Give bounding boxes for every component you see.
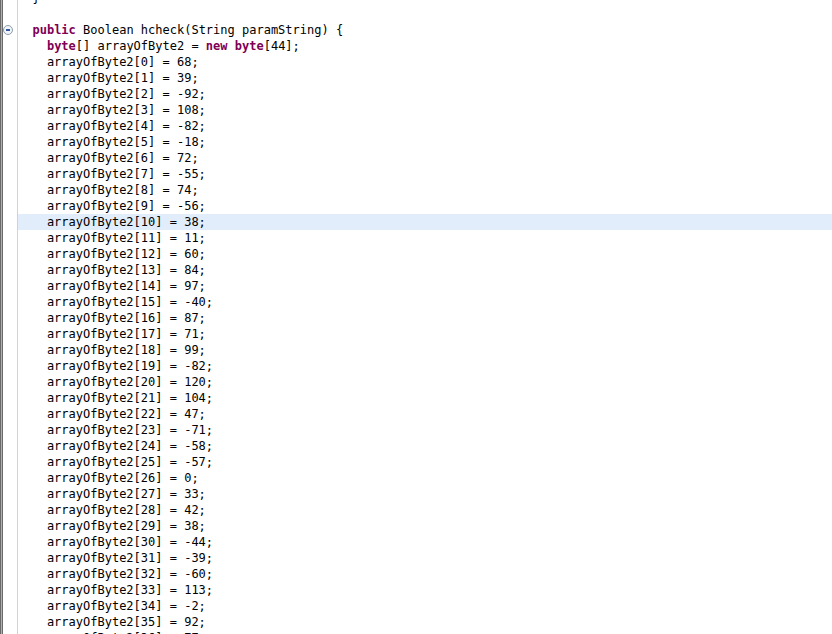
code-token-keyword: new	[206, 39, 228, 53]
code-line[interactable]: arrayOfByte2[16] = 87;	[18, 310, 832, 326]
collapse-minus-icon[interactable]	[3, 25, 13, 35]
code-token-plain: arrayOfByte2[33] = 113;	[18, 583, 213, 597]
code-line[interactable]: arrayOfByte2[1] = 39;	[18, 70, 832, 86]
code-token-keyword: byte	[235, 39, 264, 53]
code-line[interactable]: arrayOfByte2[15] = -40;	[18, 294, 832, 310]
code-token-plain	[18, 23, 32, 37]
code-token-plain: [44];	[264, 39, 300, 53]
code-token-plain: arrayOfByte2[6] = 72;	[18, 151, 199, 165]
code-token-plain: arrayOfByte2[28] = 42;	[18, 503, 206, 517]
code-token-plain: arrayOfByte2[35] = 92;	[18, 615, 206, 629]
code-line[interactable]: arrayOfByte2[7] = -55;	[18, 166, 832, 182]
code-token-plain: arrayOfByte2[17] = 71;	[18, 327, 206, 341]
code-token-plain: arrayOfByte2[32] = -60;	[18, 567, 213, 581]
code-line[interactable]: arrayOfByte2[33] = 113;	[18, 582, 832, 598]
code-line[interactable]: arrayOfByte2[19] = -82;	[18, 358, 832, 374]
code-line[interactable]: arrayOfByte2[3] = 108;	[18, 102, 832, 118]
code-token-plain: arrayOfByte2[19] = -82;	[18, 359, 213, 373]
code-line[interactable]: arrayOfByte2[2] = -92;	[18, 86, 832, 102]
code-token-keyword: public	[32, 23, 75, 37]
code-area[interactable]: } public Boolean hcheck(String paramStri…	[18, 0, 832, 634]
code-token-plain: arrayOfByte2[14] = 97;	[18, 279, 206, 293]
code-line[interactable]: arrayOfByte2[0] = 68;	[18, 54, 832, 70]
code-token-plain: arrayOfByte2[29] = 38;	[18, 519, 206, 533]
code-line[interactable]: arrayOfByte2[23] = -71;	[18, 422, 832, 438]
code-token-plain: arrayOfByte2[15] = -40;	[18, 295, 213, 309]
code-token-plain: arrayOfByte2[31] = -39;	[18, 551, 213, 565]
code-line[interactable]: arrayOfByte2[28] = 42;	[18, 502, 832, 518]
code-token-plain: arrayOfByte2[27] = 33;	[18, 487, 206, 501]
code-token-plain: arrayOfByte2[1] = 39;	[18, 71, 199, 85]
code-line[interactable]: arrayOfByte2[8] = 74;	[18, 182, 832, 198]
code-token-plain: [] arrayOfByte2 =	[76, 39, 206, 53]
code-token-plain: arrayOfByte2[9] = -56;	[18, 199, 206, 213]
code-token-plain: arrayOfByte2[2] = -92;	[18, 87, 206, 101]
code-line[interactable]: arrayOfByte2[6] = 72;	[18, 150, 832, 166]
code-line[interactable]: arrayOfByte2[17] = 71;	[18, 326, 832, 342]
code-token-plain: arrayOfByte2[22] = 47;	[18, 407, 206, 421]
code-line[interactable]: arrayOfByte2[27] = 33;	[18, 486, 832, 502]
code-token-plain: arrayOfByte2[11] = 11;	[18, 231, 206, 245]
code-token-plain: arrayOfByte2[34] = -2;	[18, 599, 206, 613]
code-editor[interactable]: } public Boolean hcheck(String paramStri…	[0, 0, 832, 634]
code-line[interactable]	[18, 6, 832, 22]
code-token-plain: arrayOfByte2[20] = 120;	[18, 375, 213, 389]
code-token-keyword: byte	[47, 39, 76, 53]
code-token-plain: arrayOfByte2[25] = -57;	[18, 455, 213, 469]
code-token-plain: arrayOfByte2[21] = 104;	[18, 391, 213, 405]
code-token-plain: arrayOfByte2[13] = 84;	[18, 263, 206, 277]
code-line[interactable]: arrayOfByte2[5] = -18;	[18, 134, 832, 150]
code-token-plain: arrayOfByte2[8] = 74;	[18, 183, 199, 197]
code-token-plain: arrayOfByte2[0] = 68;	[18, 55, 199, 69]
code-line[interactable]: arrayOfByte2[12] = 60;	[18, 246, 832, 262]
code-line[interactable]: arrayOfByte2[35] = 92;	[18, 614, 832, 630]
code-line[interactable]: byte[] arrayOfByte2 = new byte[44];	[18, 38, 832, 54]
folding-margin	[3, 0, 18, 634]
code-token-plain: arrayOfByte2[7] = -55;	[18, 167, 206, 181]
code-token-plain: arrayOfByte2[26] = 0;	[18, 471, 199, 485]
code-line[interactable]: arrayOfByte2[9] = -56;	[18, 198, 832, 214]
code-line[interactable]: arrayOfByte2[18] = 99;	[18, 342, 832, 358]
code-line[interactable]: arrayOfByte2[24] = -58;	[18, 438, 832, 454]
code-line[interactable]: arrayOfByte2[36] = 77;	[18, 630, 832, 634]
code-token-plain	[228, 39, 235, 53]
code-line[interactable]: arrayOfByte2[30] = -44;	[18, 534, 832, 550]
code-line[interactable]: arrayOfByte2[25] = -57;	[18, 454, 832, 470]
code-token-plain: arrayOfByte2[5] = -18;	[18, 135, 206, 149]
code-line[interactable]: arrayOfByte2[11] = 11;	[18, 230, 832, 246]
code-line-current[interactable]: arrayOfByte2[10] = 38;	[18, 214, 832, 230]
code-token-plain	[18, 39, 47, 53]
code-token-plain: Boolean hcheck(String paramString) {	[76, 23, 343, 37]
code-token-plain: arrayOfByte2[16] = 87;	[18, 311, 206, 325]
code-lines: } public Boolean hcheck(String paramStri…	[18, 0, 832, 634]
code-token-plain: arrayOfByte2[24] = -58;	[18, 439, 213, 453]
code-token-plain: arrayOfByte2[3] = 108;	[18, 103, 206, 117]
code-line[interactable]: arrayOfByte2[13] = 84;	[18, 262, 832, 278]
minus-glyph	[6, 29, 10, 31]
code-line[interactable]: arrayOfByte2[21] = 104;	[18, 390, 832, 406]
code-token-plain: arrayOfByte2[4] = -82;	[18, 119, 206, 133]
code-token-plain: }	[18, 0, 40, 5]
code-line[interactable]: arrayOfByte2[31] = -39;	[18, 550, 832, 566]
code-line[interactable]: arrayOfByte2[32] = -60;	[18, 566, 832, 582]
code-token-plain: arrayOfByte2[10] = 38;	[18, 215, 206, 229]
code-token-plain: arrayOfByte2[23] = -71;	[18, 423, 213, 437]
code-line[interactable]: arrayOfByte2[34] = -2;	[18, 598, 832, 614]
code-line[interactable]: arrayOfByte2[26] = 0;	[18, 470, 832, 486]
code-line[interactable]: arrayOfByte2[29] = 38;	[18, 518, 832, 534]
code-token-plain: arrayOfByte2[12] = 60;	[18, 247, 206, 261]
code-line[interactable]: arrayOfByte2[22] = 47;	[18, 406, 832, 422]
code-line[interactable]: public Boolean hcheck(String paramString…	[18, 22, 832, 38]
code-token-plain: arrayOfByte2[18] = 99;	[18, 343, 206, 357]
code-line[interactable]: arrayOfByte2[4] = -82;	[18, 118, 832, 134]
code-line[interactable]: arrayOfByte2[20] = 120;	[18, 374, 832, 390]
code-token-plain: arrayOfByte2[30] = -44;	[18, 535, 213, 549]
code-line[interactable]: arrayOfByte2[14] = 97;	[18, 278, 832, 294]
